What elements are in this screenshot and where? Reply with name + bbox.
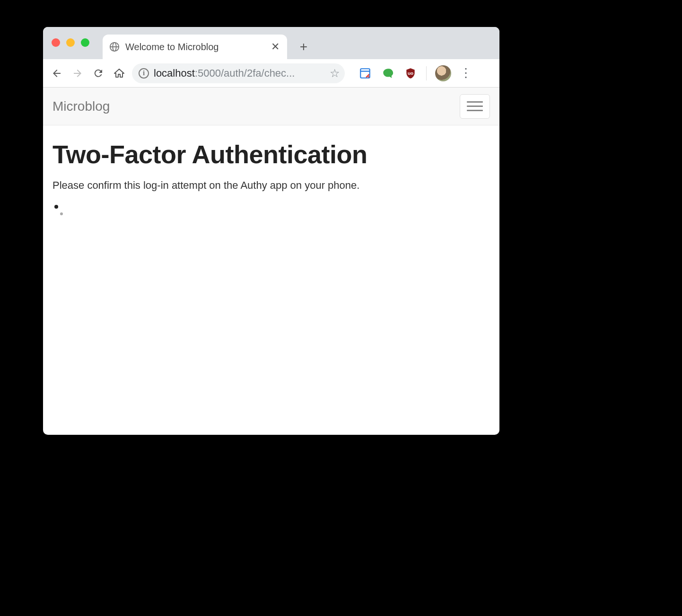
- devtools-extension-icon[interactable]: [358, 66, 372, 80]
- new-tab-button[interactable]: +: [297, 40, 311, 54]
- app-navbar: Microblog: [43, 88, 499, 125]
- nav-forward-button[interactable]: [70, 65, 86, 81]
- nav-back-button[interactable]: [49, 65, 65, 81]
- reload-button[interactable]: [90, 65, 106, 81]
- hamburger-bar-icon: [467, 106, 483, 107]
- url-path: :5000/auth/2fa/chec...: [195, 67, 295, 79]
- extensions-row: uo ⋮: [358, 65, 472, 81]
- ublock-extension-icon[interactable]: uo: [403, 66, 418, 80]
- window-close-button[interactable]: [52, 38, 60, 47]
- home-button[interactable]: [111, 65, 127, 81]
- toolbar-separator: [426, 66, 427, 80]
- globe-icon: [109, 42, 120, 52]
- browser-window: Welcome to Microblog ✕ + i localhost:500…: [43, 27, 499, 435]
- window-minimize-button[interactable]: [66, 38, 75, 47]
- address-bar[interactable]: i localhost:5000/auth/2fa/chec... ☆: [132, 63, 345, 83]
- page-content: Two-Factor Authentication Please confirm…: [43, 125, 499, 229]
- instruction-text: Please confirm this log-in attempt on th…: [52, 179, 490, 192]
- tab-title: Welcome to Microblog: [125, 42, 264, 53]
- url-host: localhost: [154, 67, 195, 79]
- browser-menu-button[interactable]: ⋮: [460, 66, 472, 80]
- site-info-icon[interactable]: i: [139, 68, 149, 79]
- tab-close-button[interactable]: ✕: [270, 41, 280, 53]
- hamburger-bar-icon: [467, 110, 483, 111]
- bookmark-star-icon[interactable]: ☆: [330, 67, 340, 80]
- hamburger-bar-icon: [467, 101, 483, 103]
- svg-text:uo: uo: [408, 70, 413, 76]
- window-fullscreen-button[interactable]: [81, 38, 89, 47]
- navbar-toggle-button[interactable]: [460, 94, 490, 119]
- profile-avatar[interactable]: [435, 65, 451, 81]
- browser-toolbar: i localhost:5000/auth/2fa/chec... ☆ uo ⋮: [43, 59, 499, 88]
- browser-tab[interactable]: Welcome to Microblog ✕: [103, 35, 287, 59]
- chat-extension-icon[interactable]: [381, 66, 395, 80]
- tab-strip: Welcome to Microblog ✕ +: [43, 27, 499, 59]
- window-controls: [52, 38, 89, 47]
- url-display: localhost:5000/auth/2fa/chec...: [154, 67, 323, 79]
- loading-spinner-icon: [52, 205, 63, 215]
- navbar-brand[interactable]: Microblog: [52, 99, 110, 114]
- page-heading: Two-Factor Authentication: [52, 140, 490, 169]
